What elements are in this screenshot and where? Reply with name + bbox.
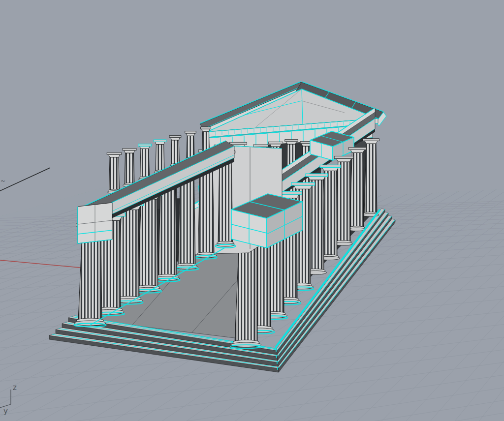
axis-label-y: y [3, 407, 8, 416]
back-column[interactable] [107, 152, 121, 193]
back-column[interactable] [138, 144, 152, 180]
cursor-mark: ~ [0, 178, 5, 184]
back-column[interactable] [123, 149, 136, 187]
scene-canvas[interactable]: z y ~ [0, 0, 504, 421]
axis-label-z: z [13, 383, 17, 392]
viewport-3d[interactable]: z y ~ [0, 0, 504, 421]
